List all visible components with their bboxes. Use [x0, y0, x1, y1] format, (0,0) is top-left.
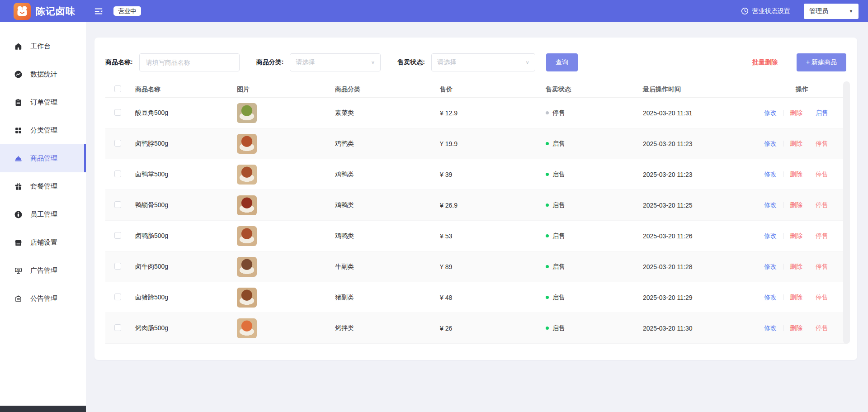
- row-checkbox[interactable]: [114, 109, 121, 116]
- toggle-sale-link[interactable]: 停售: [816, 201, 828, 209]
- delete-link[interactable]: 删除: [790, 263, 802, 271]
- delete-link[interactable]: 删除: [790, 294, 802, 302]
- row-checkbox[interactable]: [114, 140, 121, 147]
- action-divider: [783, 202, 783, 208]
- product-category: 鸡鸭类: [335, 201, 440, 209]
- product-image: [237, 318, 257, 338]
- edit-link[interactable]: 修改: [764, 263, 777, 271]
- product-name: 卤鸭脖500g: [135, 140, 237, 148]
- delete-link[interactable]: 删除: [790, 140, 802, 148]
- delete-link[interactable]: 删除: [790, 109, 802, 117]
- row-checkbox[interactable]: [114, 263, 121, 270]
- table-row: 鸭锁骨500g 鸡鸭类 ¥ 26.9 启售 2025-03-20 11:25 修…: [105, 190, 846, 221]
- status-text: 启售: [552, 263, 565, 271]
- product-category: 猪副类: [335, 294, 440, 302]
- toggle-sale-link[interactable]: 停售: [816, 263, 828, 271]
- sidebar-item-shop-settings[interactable]: 店铺设置: [0, 228, 86, 256]
- edit-link[interactable]: 修改: [764, 140, 777, 148]
- collapse-menu-icon[interactable]: [94, 6, 104, 16]
- delete-link[interactable]: 删除: [790, 201, 802, 209]
- sidebar-item-label: 广告管理: [30, 266, 57, 275]
- sidebar-item-staff[interactable]: 员工管理: [0, 200, 86, 228]
- status-dot: [546, 204, 549, 207]
- delete-link[interactable]: 删除: [790, 232, 802, 240]
- last-operate-time: 2025-03-20 11:26: [643, 232, 764, 240]
- filter-bar: 商品名称: 商品分类: 请选择 ∨ 售卖状态: 请选择 ∨ 查询 批量删除 + …: [105, 53, 846, 71]
- sidebar-item-orders[interactable]: 订单管理: [0, 88, 86, 116]
- action-divider: [783, 110, 783, 116]
- table-scrollbar[interactable]: [843, 81, 850, 344]
- sidebar-item-workbench[interactable]: 工作台: [0, 32, 86, 60]
- business-status-label: 营业状态设置: [752, 7, 790, 15]
- batch-delete-link[interactable]: 批量删除: [752, 58, 778, 66]
- clock-icon: [741, 7, 749, 15]
- action-divider: [809, 202, 809, 208]
- product-price: ¥ 26.9: [440, 202, 546, 209]
- row-checkbox[interactable]: [114, 170, 121, 177]
- sidebar-item-notices[interactable]: 公告管理: [0, 284, 86, 313]
- toggle-sale-link[interactable]: 停售: [816, 232, 828, 240]
- toggle-sale-link[interactable]: 启售: [816, 109, 828, 117]
- sale-status-select[interactable]: 请选择 ∨: [431, 53, 535, 71]
- new-product-button[interactable]: + 新建商品: [797, 53, 846, 71]
- user-menu[interactable]: 管理员 ▼: [804, 4, 859, 19]
- delete-link[interactable]: 删除: [790, 324, 802, 332]
- table-row: 卤鸭脖500g 鸡鸭类 ¥ 19.9 启售 2025-03-20 11:23 修…: [105, 128, 846, 159]
- product-category: 烤拌类: [335, 324, 440, 332]
- category-select[interactable]: 请选择 ∨: [290, 53, 381, 71]
- select-all-checkbox[interactable]: [114, 85, 121, 92]
- sidebar-item-categories[interactable]: 分类管理: [0, 116, 86, 144]
- cloche-icon: [14, 154, 23, 163]
- edit-link[interactable]: 修改: [764, 324, 777, 332]
- table-row: 酸豆角500g 素菜类 ¥ 12.9 停售 2025-03-20 11:31 修…: [105, 98, 846, 128]
- sidebar-item-statistics[interactable]: 数据统计: [0, 60, 86, 88]
- last-operate-time: 2025-03-20 11:28: [643, 263, 764, 270]
- product-image: [237, 165, 257, 185]
- action-divider: [809, 233, 809, 239]
- row-checkbox[interactable]: [114, 294, 121, 300]
- action-divider: [809, 325, 809, 331]
- business-status-setting[interactable]: 营业状态设置: [741, 7, 790, 15]
- action-divider: [809, 264, 809, 270]
- toggle-sale-link[interactable]: 停售: [816, 140, 828, 148]
- action-divider: [783, 294, 783, 300]
- product-name: 卤牛肉500g: [135, 263, 237, 271]
- status-dot: [546, 142, 549, 145]
- product-name: 烤肉肠500g: [135, 324, 237, 332]
- toggle-sale-link[interactable]: 停售: [816, 324, 828, 332]
- status-text: 启售: [552, 232, 565, 240]
- row-checkbox[interactable]: [114, 232, 121, 239]
- product-price: ¥ 12.9: [440, 109, 546, 117]
- svg-text:AD: AD: [17, 268, 20, 271]
- sidebar-item-combos[interactable]: 套餐管理: [0, 172, 86, 200]
- sidebar-item-label: 套餐管理: [30, 182, 57, 191]
- toggle-sale-link[interactable]: 停售: [816, 294, 828, 302]
- edit-link[interactable]: 修改: [764, 232, 777, 240]
- search-button[interactable]: 查询: [546, 53, 578, 71]
- edit-link[interactable]: 修改: [764, 201, 777, 209]
- chevron-down-icon: ∨: [371, 60, 375, 65]
- sidebar-item-products[interactable]: 商品管理: [0, 144, 86, 172]
- status-text: 启售: [552, 140, 565, 148]
- product-name-input[interactable]: [139, 53, 240, 71]
- action-divider: [809, 141, 809, 147]
- edit-link[interactable]: 修改: [764, 170, 777, 179]
- edit-link[interactable]: 修改: [764, 294, 777, 302]
- row-checkbox[interactable]: [114, 201, 121, 208]
- col-header-image: 图片: [237, 85, 335, 94]
- status-dot: [546, 234, 549, 237]
- toggle-sale-link[interactable]: 停售: [816, 170, 828, 179]
- action-divider: [783, 325, 783, 331]
- table-row: 卤牛肉500g 牛副类 ¥ 89 启售 2025-03-20 11:28 修改: [105, 251, 846, 282]
- action-divider: [783, 233, 783, 239]
- col-header-category: 商品分类: [335, 85, 440, 94]
- action-divider: [783, 264, 783, 270]
- row-checkbox[interactable]: [114, 324, 121, 331]
- main-content: 商品名称: 商品分类: 请选择 ∨ 售卖状态: 请选择 ∨ 查询 批量删除 + …: [86, 22, 868, 412]
- product-name: 卤猪蹄500g: [135, 294, 237, 302]
- status-select-placeholder: 请选择: [437, 58, 456, 66]
- last-operate-time: 2025-03-20 11:23: [643, 171, 764, 178]
- sidebar-item-ads[interactable]: AD 广告管理: [0, 256, 86, 284]
- delete-link[interactable]: 删除: [790, 170, 802, 179]
- edit-link[interactable]: 修改: [764, 109, 777, 117]
